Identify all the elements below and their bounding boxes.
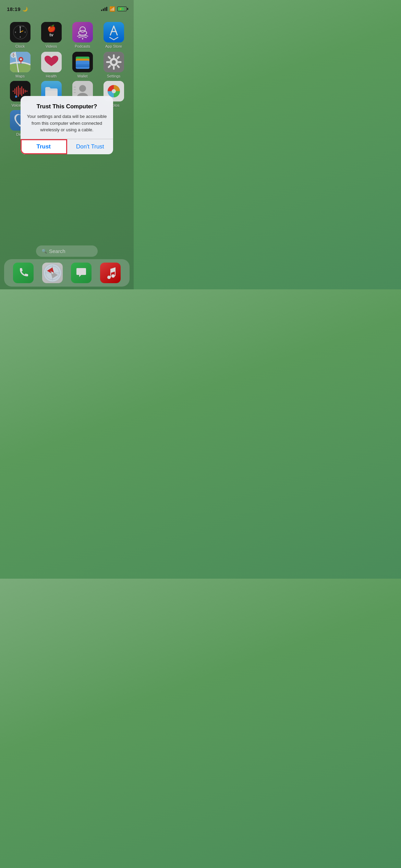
alert-message: Your settings and data will be accessibl… — [26, 113, 108, 133]
dialog-overlay: Trust This Computer? Your settings and d… — [0, 0, 134, 289]
alert-buttons: Trust Don't Trust — [21, 139, 113, 154]
trust-dialog: Trust This Computer? Your settings and d… — [21, 96, 113, 154]
trust-button[interactable]: Trust — [21, 139, 67, 154]
alert-content: Trust This Computer? Your settings and d… — [21, 96, 113, 139]
dont-trust-button[interactable]: Don't Trust — [67, 139, 113, 154]
alert-title: Trust This Computer? — [26, 103, 108, 110]
